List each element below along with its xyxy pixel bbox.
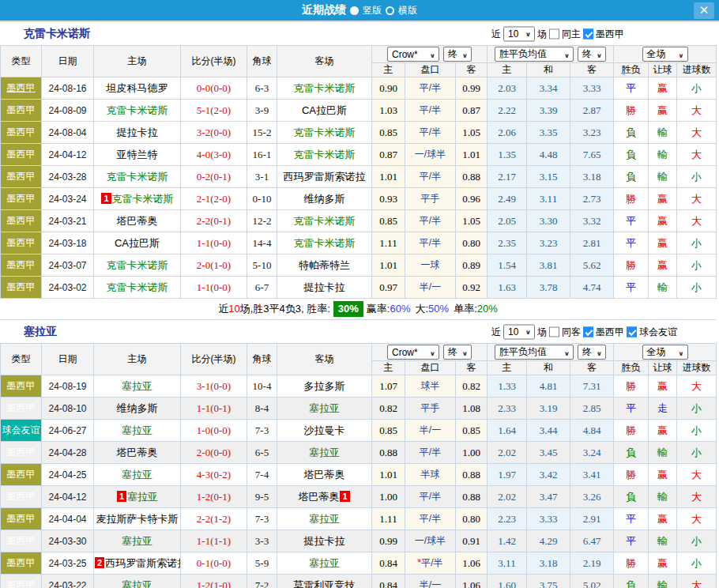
result-handicap: 輸 — [649, 575, 677, 588]
avg-odds-select[interactable]: 胜平负均值 — [495, 47, 574, 62]
away-team: 特帕蒂特兰 — [299, 259, 350, 271]
same-home-label[interactable]: 同主 — [562, 27, 581, 40]
league-link[interactable]: 墨西甲 — [7, 281, 36, 292]
vertical-layout-radio[interactable] — [350, 6, 359, 15]
score-fulltime: 2-2 — [197, 513, 210, 525]
league-link[interactable]: 墨西甲 — [7, 380, 36, 391]
final-odds-select[interactable]: 终 — [443, 47, 472, 62]
horizontal-layout-label[interactable]: 横版 — [398, 4, 417, 17]
league-cell: 墨西甲 — [1, 464, 42, 486]
league-link[interactable]: 墨西甲 — [7, 104, 36, 115]
vertical-layout-label[interactable]: 竖版 — [363, 4, 382, 17]
near-label: 近 — [491, 27, 501, 40]
asian-home-odds: 1.00 — [372, 486, 405, 508]
league-link[interactable]: 墨西甲 — [7, 402, 36, 413]
result-handicap: 赢 — [649, 464, 677, 486]
asian-handicap-cell: 平/半 — [405, 508, 456, 530]
friendly-filter-checkbox[interactable] — [627, 326, 637, 337]
league-filter-checkbox[interactable] — [583, 28, 593, 39]
away-team-cell: 塞拉亚 — [277, 398, 372, 420]
home-team: 麦拉斯萨卡特卡斯 — [96, 513, 179, 525]
euro-away-odds: 3.32 — [570, 210, 614, 232]
final-odds-select-2[interactable]: 终 — [578, 345, 606, 360]
match-date: 24-06-27 — [42, 420, 94, 442]
chevron-down-icon — [564, 49, 570, 60]
euro-away-odds: 2.91 — [570, 508, 614, 530]
score-halftime: (1-2) — [210, 513, 231, 525]
league-link[interactable]: 墨西甲 — [7, 469, 36, 480]
league-cell: 墨西甲 — [1, 254, 42, 277]
league-link[interactable]: 墨西甲 — [7, 237, 36, 248]
away-team-cell: 维纳多斯 — [277, 188, 372, 210]
league-link[interactable]: 墨西甲 — [7, 447, 36, 458]
euro-draw-odds: 3.75 — [527, 575, 570, 588]
league-link[interactable]: 墨西甲 — [7, 171, 36, 182]
league-filter-label[interactable]: 墨西甲 — [596, 325, 624, 338]
odds-source-select[interactable]: Crow* — [387, 47, 439, 62]
subcol-goals: 进球数 — [677, 63, 717, 77]
home-badge: 1 — [101, 193, 111, 204]
match-count-select[interactable]: 10 — [503, 26, 535, 41]
euro-away-odds: 3.33 — [570, 77, 614, 100]
league-link[interactable]: 墨西甲 — [7, 491, 36, 502]
league-link[interactable]: 墨西甲 — [7, 259, 36, 270]
home-team: 亚特兰特 — [117, 149, 158, 160]
asian-home-odds: 1.01 — [372, 464, 405, 486]
euro-home-odds: 2.02 — [487, 442, 527, 464]
corner-score: 16-1 — [247, 144, 277, 166]
same-away-label[interactable]: 同客 — [562, 325, 581, 338]
league-link[interactable]: 墨西甲 — [7, 193, 36, 204]
full-match-select[interactable]: 全场 — [642, 47, 688, 62]
result-wdl: 平 — [614, 277, 649, 299]
subcol-wdl: 胜负 — [614, 63, 649, 77]
full-match-select[interactable]: 全场 — [642, 345, 688, 360]
result-goals: 大 — [677, 508, 717, 530]
home-team-cell: 提拉卡拉 — [94, 122, 181, 144]
asian-handicap-cell: 球半 — [405, 375, 456, 398]
league-link[interactable]: 球会友谊 — [2, 424, 40, 435]
league-link[interactable]: 墨西甲 — [7, 126, 36, 138]
subcol-asian-home: 主 — [372, 63, 405, 77]
avg-odds-value: 胜平负均值 — [499, 47, 547, 61]
score-cell: 1-0(0-0) — [181, 420, 247, 442]
horizontal-layout-radio[interactable] — [386, 6, 394, 15]
league-link[interactable]: 墨西甲 — [7, 82, 36, 93]
avg-odds-select[interactable]: 胜平负均值 — [495, 345, 574, 360]
same-home-checkbox[interactable] — [549, 28, 559, 39]
final-odds-select[interactable]: 终 — [443, 345, 472, 360]
col-header-date: 日期 — [42, 344, 94, 375]
asian-handicap-cell: 平/半 — [405, 232, 456, 254]
away-team-cell: 提拉卡拉 — [277, 277, 372, 299]
match-date: 24-08-19 — [42, 375, 94, 398]
table-row: 墨西甲 24-04-25 塞拉亚 4-3(0-2) 7-4 塔巴蒂奥 1.01 … — [1, 464, 717, 486]
odds-source-value: Crow* — [392, 49, 418, 60]
result-goals: 大 — [677, 100, 717, 122]
score-halftime: (0-1) — [210, 491, 231, 503]
recent-matches-table-away: 类型 日期 主场 比分(半场) 角球 客场 Crow* 终 胜平负均值 终 全场 — [0, 343, 717, 588]
league-filter-label[interactable]: 墨西甲 — [596, 27, 624, 40]
final-odds-select-2[interactable]: 终 — [578, 47, 606, 62]
league-link[interactable]: 墨西甲 — [7, 149, 36, 160]
league-link[interactable]: 墨西甲 — [7, 579, 36, 588]
corner-score: 3-1 — [247, 166, 277, 188]
league-cell: 墨西甲 — [1, 575, 42, 588]
subcol-handicap: 盘口 — [405, 63, 456, 77]
home-team-cell: 维纳多斯 — [94, 398, 181, 420]
match-count-select[interactable]: 10 — [503, 324, 535, 339]
asian-away-odds: 1.05 — [456, 210, 487, 232]
away-team-cell: CA拉巴斯 — [277, 100, 372, 122]
close-button[interactable]: ✕ — [694, 2, 714, 19]
away-team: 西玛罗雷斯索诺拉 — [284, 171, 366, 183]
league-link[interactable]: 墨西甲 — [7, 557, 36, 568]
league-filter-checkbox[interactable] — [583, 326, 593, 337]
big-label: 大: — [415, 303, 428, 315]
league-link[interactable]: 墨西甲 — [7, 535, 36, 546]
euro-away-odds: 7.65 — [570, 144, 614, 166]
away-team-cell: 塞拉亚 — [277, 552, 372, 575]
score-fulltime: 1-0 — [197, 424, 210, 436]
friendly-filter-label[interactable]: 球会友谊 — [639, 325, 677, 338]
odds-source-select[interactable]: Crow* — [387, 345, 439, 360]
league-link[interactable]: 墨西甲 — [7, 215, 36, 226]
same-away-checkbox[interactable] — [549, 326, 559, 337]
league-link[interactable]: 墨西甲 — [7, 513, 36, 524]
